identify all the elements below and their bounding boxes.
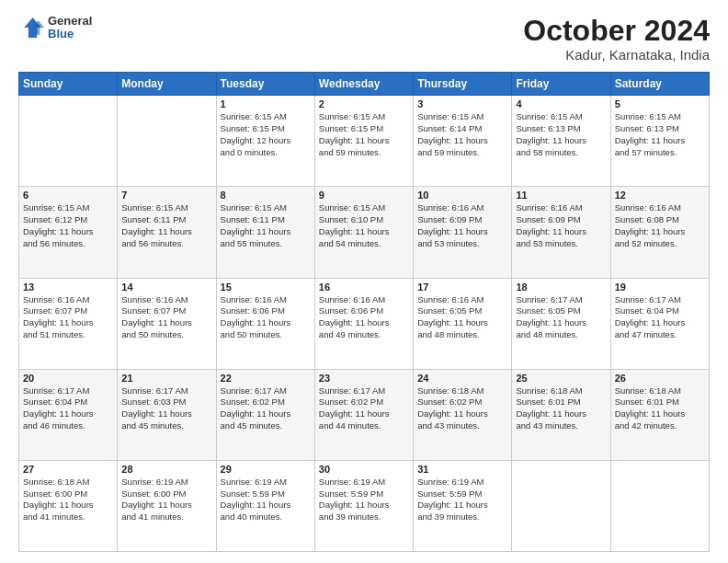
day-info: Sunrise: 6:18 AM Sunset: 6:01 PM Dayligh…	[615, 385, 705, 432]
day-number: 17	[417, 282, 507, 293]
day-number: 10	[417, 190, 507, 201]
table-row: 30Sunrise: 6:19 AM Sunset: 5:59 PM Dayli…	[314, 460, 413, 551]
table-row: 21Sunrise: 6:17 AM Sunset: 6:03 PM Dayli…	[118, 369, 216, 460]
subtitle: Kadur, Karnataka, India	[523, 47, 710, 63]
day-number: 13	[23, 282, 113, 293]
col-friday: Friday	[512, 73, 610, 96]
day-info: Sunrise: 6:15 AM Sunset: 6:14 PM Dayligh…	[417, 111, 507, 158]
col-wednesday: Wednesday	[314, 73, 413, 96]
day-number: 9	[319, 190, 409, 201]
title-block: October 2024 Kadur, Karnataka, India	[523, 15, 710, 63]
day-number: 28	[121, 464, 211, 475]
calendar-header-row: Sunday Monday Tuesday Wednesday Thursday…	[19, 73, 710, 96]
table-row: 23Sunrise: 6:17 AM Sunset: 6:02 PM Dayli…	[314, 369, 413, 460]
day-info: Sunrise: 6:17 AM Sunset: 6:02 PM Dayligh…	[319, 385, 409, 432]
day-info: Sunrise: 6:17 AM Sunset: 6:03 PM Dayligh…	[121, 385, 211, 432]
col-sunday: Sunday	[19, 73, 118, 96]
table-row	[610, 460, 709, 551]
day-number: 29	[221, 464, 311, 475]
day-info: Sunrise: 6:18 AM Sunset: 6:02 PM Dayligh…	[417, 385, 507, 432]
calendar-week-row: 27Sunrise: 6:18 AM Sunset: 6:00 PM Dayli…	[19, 460, 710, 551]
table-row: 2Sunrise: 6:15 AM Sunset: 6:15 PM Daylig…	[314, 96, 413, 187]
day-number: 23	[319, 373, 409, 384]
day-number: 22	[221, 373, 311, 384]
day-number: 12	[615, 190, 705, 201]
table-row: 8Sunrise: 6:15 AM Sunset: 6:11 PM Daylig…	[216, 187, 314, 278]
day-number: 20	[23, 373, 113, 384]
header: General Blue October 2024 Kadur, Karnata…	[18, 15, 710, 63]
calendar-week-row: 20Sunrise: 6:17 AM Sunset: 6:04 PM Dayli…	[19, 369, 710, 460]
day-info: Sunrise: 6:18 AM Sunset: 6:01 PM Dayligh…	[516, 385, 606, 432]
page: General Blue October 2024 Kadur, Karnata…	[0, 0, 728, 563]
calendar-table: Sunday Monday Tuesday Wednesday Thursday…	[18, 72, 710, 552]
day-info: Sunrise: 6:15 AM Sunset: 6:13 PM Dayligh…	[516, 111, 606, 158]
calendar-week-row: 1Sunrise: 6:15 AM Sunset: 6:15 PM Daylig…	[19, 96, 710, 187]
day-number: 3	[417, 98, 507, 109]
day-number: 16	[319, 282, 409, 293]
col-tuesday: Tuesday	[216, 73, 314, 96]
table-row	[19, 96, 118, 187]
day-info: Sunrise: 6:15 AM Sunset: 6:15 PM Dayligh…	[319, 111, 409, 158]
day-number: 26	[615, 373, 705, 384]
table-row: 27Sunrise: 6:18 AM Sunset: 6:00 PM Dayli…	[19, 460, 118, 551]
logo-blue: Blue	[48, 28, 92, 40]
day-number: 6	[23, 190, 113, 201]
day-number: 2	[319, 98, 409, 109]
day-info: Sunrise: 6:16 AM Sunset: 6:06 PM Dayligh…	[221, 294, 311, 341]
day-info: Sunrise: 6:16 AM Sunset: 6:08 PM Dayligh…	[615, 202, 705, 249]
col-saturday: Saturday	[610, 73, 709, 96]
table-row: 25Sunrise: 6:18 AM Sunset: 6:01 PM Dayli…	[512, 369, 610, 460]
table-row: 20Sunrise: 6:17 AM Sunset: 6:04 PM Dayli…	[19, 369, 118, 460]
table-row: 19Sunrise: 6:17 AM Sunset: 6:04 PM Dayli…	[610, 278, 709, 369]
day-info: Sunrise: 6:15 AM Sunset: 6:10 PM Dayligh…	[319, 202, 409, 249]
calendar-week-row: 6Sunrise: 6:15 AM Sunset: 6:12 PM Daylig…	[19, 187, 710, 278]
table-row: 22Sunrise: 6:17 AM Sunset: 6:02 PM Dayli…	[216, 369, 314, 460]
table-row	[512, 460, 610, 551]
table-row: 10Sunrise: 6:16 AM Sunset: 6:09 PM Dayli…	[414, 187, 512, 278]
table-row: 17Sunrise: 6:16 AM Sunset: 6:05 PM Dayli…	[414, 278, 512, 369]
day-number: 11	[516, 190, 606, 201]
table-row: 14Sunrise: 6:16 AM Sunset: 6:07 PM Dayli…	[118, 278, 216, 369]
day-number: 31	[417, 464, 507, 475]
logo-icon	[18, 15, 44, 40]
logo-general: General	[48, 15, 92, 28]
table-row: 9Sunrise: 6:15 AM Sunset: 6:10 PM Daylig…	[314, 187, 413, 278]
day-info: Sunrise: 6:16 AM Sunset: 6:07 PM Dayligh…	[23, 294, 113, 341]
table-row: 28Sunrise: 6:19 AM Sunset: 6:00 PM Dayli…	[118, 460, 216, 551]
table-row: 18Sunrise: 6:17 AM Sunset: 6:05 PM Dayli…	[512, 278, 610, 369]
day-number: 27	[23, 464, 113, 475]
table-row: 26Sunrise: 6:18 AM Sunset: 6:01 PM Dayli…	[610, 369, 709, 460]
logo: General Blue	[18, 15, 92, 41]
day-info: Sunrise: 6:15 AM Sunset: 6:12 PM Dayligh…	[23, 202, 113, 249]
day-info: Sunrise: 6:16 AM Sunset: 6:09 PM Dayligh…	[417, 202, 507, 249]
day-number: 14	[121, 282, 211, 293]
day-info: Sunrise: 6:15 AM Sunset: 6:11 PM Dayligh…	[221, 202, 311, 249]
day-info: Sunrise: 6:16 AM Sunset: 6:07 PM Dayligh…	[121, 294, 211, 341]
day-info: Sunrise: 6:15 AM Sunset: 6:15 PM Dayligh…	[221, 111, 311, 158]
table-row: 5Sunrise: 6:15 AM Sunset: 6:13 PM Daylig…	[610, 96, 709, 187]
day-info: Sunrise: 6:17 AM Sunset: 6:02 PM Dayligh…	[221, 385, 311, 432]
col-thursday: Thursday	[414, 73, 512, 96]
day-info: Sunrise: 6:15 AM Sunset: 6:11 PM Dayligh…	[121, 202, 211, 249]
table-row	[118, 96, 216, 187]
logo-text: General Blue	[48, 15, 92, 41]
table-row: 29Sunrise: 6:19 AM Sunset: 5:59 PM Dayli…	[216, 460, 314, 551]
table-row: 1Sunrise: 6:15 AM Sunset: 6:15 PM Daylig…	[216, 96, 314, 187]
day-number: 15	[221, 282, 311, 293]
day-info: Sunrise: 6:19 AM Sunset: 5:59 PM Dayligh…	[417, 477, 507, 523]
day-number: 4	[516, 98, 606, 109]
day-info: Sunrise: 6:17 AM Sunset: 6:05 PM Dayligh…	[516, 294, 606, 341]
day-number: 30	[319, 464, 409, 475]
day-number: 8	[221, 190, 311, 201]
day-number: 24	[417, 373, 507, 384]
day-number: 5	[615, 98, 705, 109]
day-number: 7	[121, 190, 211, 201]
table-row: 7Sunrise: 6:15 AM Sunset: 6:11 PM Daylig…	[118, 187, 216, 278]
day-info: Sunrise: 6:19 AM Sunset: 5:59 PM Dayligh…	[319, 477, 409, 523]
day-info: Sunrise: 6:16 AM Sunset: 6:05 PM Dayligh…	[417, 294, 507, 341]
table-row: 31Sunrise: 6:19 AM Sunset: 5:59 PM Dayli…	[414, 460, 512, 551]
calendar-week-row: 13Sunrise: 6:16 AM Sunset: 6:07 PM Dayli…	[19, 278, 710, 369]
table-row: 15Sunrise: 6:16 AM Sunset: 6:06 PM Dayli…	[216, 278, 314, 369]
day-info: Sunrise: 6:17 AM Sunset: 6:04 PM Dayligh…	[23, 385, 113, 432]
table-row: 4Sunrise: 6:15 AM Sunset: 6:13 PM Daylig…	[512, 96, 610, 187]
